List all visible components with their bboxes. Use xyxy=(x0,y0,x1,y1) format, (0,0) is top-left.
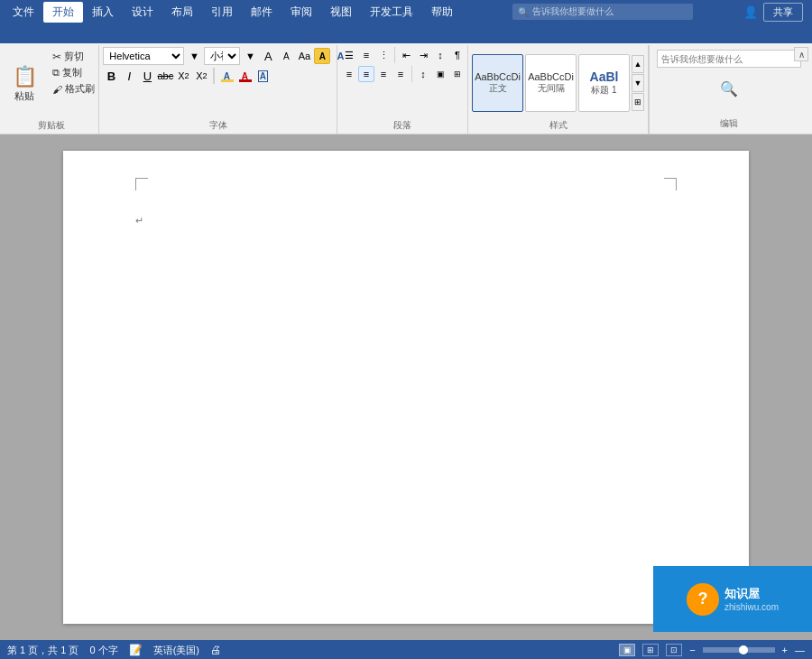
style-no-spacing[interactable]: AaBbCcDi 无间隔 xyxy=(525,54,577,112)
menu-item-file[interactable]: 文件 xyxy=(4,2,43,23)
decrease-font-button[interactable]: A xyxy=(278,48,294,64)
style-scroll-down[interactable]: ▼ xyxy=(632,74,644,92)
style-no-spacing-preview: AaBbCcDi xyxy=(528,71,574,82)
style-heading1-preview: AaBl xyxy=(590,70,619,84)
style-scroll-controls: ▲ ▼ ⊞ xyxy=(632,55,644,111)
editing-group-label: 编辑 xyxy=(653,117,805,130)
cut-icon: ✂ xyxy=(52,51,61,63)
user-icon: 👤 xyxy=(743,5,758,19)
menu-item-mail[interactable]: 邮件 xyxy=(242,2,281,23)
format-painter-button[interactable]: 🖌 格式刷 xyxy=(49,81,98,97)
shading-button[interactable]: ▣ xyxy=(432,66,448,82)
numbering-button[interactable]: ≡ xyxy=(358,47,374,63)
zoom-plus-button[interactable]: + xyxy=(782,645,788,655)
view-fullscreen-button[interactable]: ⊞ xyxy=(642,644,659,656)
borders-button[interactable]: ⊞ xyxy=(449,66,466,82)
justify-button[interactable]: ≡ xyxy=(392,66,409,82)
font-name-select[interactable]: Helvetica xyxy=(103,47,184,65)
share-button[interactable]: 共享 xyxy=(763,3,803,22)
zoom-minus-button[interactable]: − xyxy=(689,645,695,655)
line-spacing-button[interactable]: ↕ xyxy=(415,66,431,82)
style-heading1-label: 标题 1 xyxy=(591,84,616,97)
page-info[interactable]: 第 1 页，共 1 页 xyxy=(7,644,78,657)
watermark: ? 知识屋 zhishiwu.com xyxy=(653,566,812,632)
font-color-button[interactable]: A xyxy=(236,68,253,84)
menu-item-references[interactable]: 引用 xyxy=(202,2,242,23)
bullets-button[interactable]: ☰ xyxy=(341,47,357,63)
menu-item-layout[interactable]: 布局 xyxy=(162,2,202,23)
copy-icon: ⧉ xyxy=(52,67,60,79)
align-left-button[interactable]: ≡ xyxy=(341,66,357,82)
bold-button[interactable]: B xyxy=(103,68,119,84)
menu-item-help[interactable]: 帮助 xyxy=(422,2,462,23)
ribbon-search-placeholder: 告诉我你想要做什么 xyxy=(532,5,614,18)
zoom-slider[interactable] xyxy=(703,647,775,653)
view-web-button[interactable]: ⊡ xyxy=(666,644,682,656)
strikethrough-button[interactable]: abc xyxy=(157,68,173,84)
styles-group-label: 样式 xyxy=(468,119,648,132)
style-heading1[interactable]: AaBl 标题 1 xyxy=(578,54,630,112)
cut-button[interactable]: ✂ 剪切 xyxy=(49,49,98,64)
font-size-dropdown-icon[interactable]: ▼ xyxy=(242,48,258,64)
paragraph-group-label: 段落 xyxy=(337,119,467,132)
ribbon-collapse-button[interactable]: ∧ xyxy=(794,47,808,61)
style-no-spacing-label: 无间隔 xyxy=(538,82,565,95)
printer-icon[interactable]: 🖨 xyxy=(210,644,221,656)
menu-item-insert[interactable]: 插入 xyxy=(83,2,123,23)
font-size-select[interactable]: 小初 xyxy=(204,47,240,65)
watermark-site-name: 知识屋 xyxy=(724,586,779,602)
style-expand[interactable]: ⊞ xyxy=(632,93,644,111)
underline-button[interactable]: U xyxy=(139,68,155,84)
align-right-button[interactable]: ≡ xyxy=(375,66,392,82)
subscript-button[interactable]: X2 xyxy=(175,68,191,84)
decrease-indent-button[interactable]: ⇤ xyxy=(398,47,414,63)
paste-button[interactable]: 📋 粘贴 xyxy=(7,47,42,119)
menu-item-home[interactable]: 开始 xyxy=(43,2,83,23)
word-count[interactable]: 0 个字 xyxy=(89,644,117,657)
menu-item-view[interactable]: 视图 xyxy=(321,2,361,23)
style-scroll-up[interactable]: ▲ xyxy=(632,55,644,73)
font-name-dropdown-icon[interactable]: ▼ xyxy=(186,48,202,64)
format-painter-icon: 🖌 xyxy=(52,84,62,95)
view-print-button[interactable]: ▣ xyxy=(619,644,635,656)
document-content[interactable]: ↵ xyxy=(135,212,677,573)
text-shading-button[interactable]: A xyxy=(254,68,271,84)
superscript-button[interactable]: X2 xyxy=(193,68,209,84)
show-marks-button[interactable]: ¶ xyxy=(449,47,466,63)
clipboard-group-label: 剪贴板 xyxy=(4,119,98,132)
ribbon-quick-search[interactable] xyxy=(657,50,801,68)
proofread-icon[interactable]: 📝 xyxy=(129,644,143,656)
italic-button[interactable]: I xyxy=(121,68,137,84)
style-normal-preview: AaBbCcDi xyxy=(475,71,521,82)
text-highlight-button[interactable]: A xyxy=(218,68,235,84)
multilevel-button[interactable]: ⋮ xyxy=(375,47,392,63)
menu-item-developer[interactable]: 开发工具 xyxy=(361,2,422,23)
search-icon: 🔍 xyxy=(518,7,529,17)
menu-item-review[interactable]: 审阅 xyxy=(281,2,321,23)
clear-format-button[interactable]: A xyxy=(314,48,330,64)
change-case-button[interactable]: Aa xyxy=(296,48,312,64)
font-group-label: 字体 xyxy=(99,119,337,132)
increase-indent-button[interactable]: ⇥ xyxy=(415,47,431,63)
increase-font-button[interactable]: A xyxy=(260,48,276,64)
style-normal-label: 正文 xyxy=(489,82,507,95)
page-corner-top-right xyxy=(664,178,677,190)
menu-item-design[interactable]: 设计 xyxy=(123,2,162,23)
document-page: ↵ xyxy=(63,151,749,624)
watermark-icon: ? xyxy=(687,583,719,616)
align-center-button[interactable]: ≡ xyxy=(358,66,374,82)
paste-icon: 📋 xyxy=(12,64,37,89)
language-label[interactable]: 英语(美国) xyxy=(153,644,199,657)
watermark-site-url: zhishiwu.com xyxy=(724,602,779,612)
style-normal[interactable]: AaBbCcDi 正文 xyxy=(472,54,523,112)
search-edit-button[interactable]: 🔍 xyxy=(713,72,745,105)
zoom-thumb xyxy=(739,645,748,654)
paste-label: 粘贴 xyxy=(14,89,34,103)
sort-button[interactable]: ↕ xyxy=(432,47,448,63)
copy-button[interactable]: ⧉ 复制 xyxy=(49,65,98,80)
zoom-level: — xyxy=(795,645,805,655)
page-corner-top-left xyxy=(135,178,148,190)
paragraph-mark: ↵ xyxy=(135,212,677,228)
